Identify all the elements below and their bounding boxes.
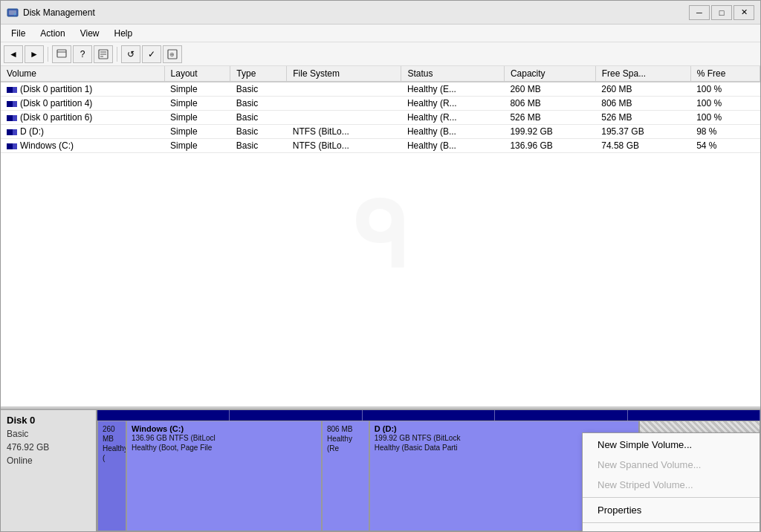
col-percentfree[interactable]: % Free: [690, 66, 760, 82]
refresh-button[interactable]: ↺: [121, 45, 140, 63]
cell-volume: D (D:): [1, 125, 164, 139]
cell-type: Basic: [230, 111, 287, 125]
table-row[interactable]: (Disk 0 partition 1) Simple Basic Health…: [1, 82, 760, 97]
cell-type: Basic: [230, 97, 287, 111]
cell-capacity: 136.96 GB: [504, 139, 595, 153]
cell-capacity: 199.92 GB: [504, 125, 595, 139]
table-header-row: Volume Layout Type File System Status Ca…: [1, 66, 760, 82]
table-row[interactable]: (Disk 0 partition 6) Simple Basic Health…: [1, 111, 760, 125]
cell-capacity: 260 MB: [504, 82, 595, 97]
partition-size: 806 MB: [327, 424, 364, 434]
app-icon: [7, 7, 19, 19]
disk-management-window: Disk Management ─ □ ✕ File Action View H…: [0, 0, 761, 532]
volume-icon: [7, 143, 17, 149]
disk-label: Disk 0 Basic 476.92 GB Online: [1, 410, 97, 531]
menu-bar: File Action View Help: [1, 25, 760, 42]
ctx-properties[interactable]: Properties: [583, 500, 760, 520]
minimize-button[interactable]: ─: [689, 5, 710, 20]
cell-capacity: 526 MB: [504, 111, 595, 125]
disk-name: Disk 0: [7, 415, 90, 426]
cell-freespace: 195.37 GB: [595, 125, 690, 139]
cell-capacity: 806 MB: [504, 97, 595, 111]
cell-type: Basic: [230, 125, 287, 139]
cell-layout: Simple: [164, 97, 230, 111]
table-row[interactable]: D (D:) Simple Basic NTFS (BitLo... Healt…: [1, 125, 760, 139]
menu-file[interactable]: File: [4, 27, 33, 40]
cell-status: Healthy (R...: [401, 111, 504, 125]
cell-status: Healthy (E...: [401, 82, 504, 97]
svg-text:⊕: ⊕: [169, 51, 175, 58]
help-button[interactable]: ?: [73, 45, 92, 63]
partition-box[interactable]: Windows (C:) 136.96 GB NTFS (BitLocl Hea…: [126, 421, 322, 531]
volume-list-pane: ᑫ Volume Layout Type File System Status …: [1, 66, 760, 409]
menu-view[interactable]: View: [73, 27, 107, 40]
disk-info: Basic 476.92 GB Online: [7, 427, 90, 467]
disk-bar-seg-4: [495, 410, 627, 421]
ctx-new-spanned: New Spanned Volume...: [583, 455, 760, 475]
more-button[interactable]: ⊕: [163, 45, 182, 63]
cell-type: Basic: [230, 82, 287, 97]
ctx-separator: [583, 522, 760, 523]
maximize-button[interactable]: □: [711, 5, 732, 20]
table-row[interactable]: (Disk 0 partition 4) Simple Basic Health…: [1, 97, 760, 111]
partition-status: Healthy (Boot, Page File: [132, 443, 317, 452]
cell-filesystem: NTFS (BitLo...: [287, 139, 401, 153]
cell-percentfree: 100 %: [690, 97, 760, 111]
window-title: Disk Management: [23, 7, 689, 18]
partition-name: Windows (C:): [132, 424, 317, 433]
cell-filesystem: NTFS (BitLo...: [287, 125, 401, 139]
col-volume[interactable]: Volume: [1, 66, 164, 82]
disk-size: 476.92 GB: [7, 442, 49, 452]
ctx-new-simple[interactable]: New Simple Volume...: [583, 435, 760, 455]
title-bar: Disk Management ─ □ ✕: [1, 1, 760, 25]
cell-freespace: 526 MB: [595, 111, 690, 125]
partition-status: Healthy (Re: [327, 434, 364, 453]
menu-action[interactable]: Action: [33, 27, 72, 40]
col-status[interactable]: Status: [401, 66, 504, 82]
main-content: ᑫ Volume Layout Type File System Status …: [1, 66, 760, 531]
svg-rect-3: [57, 50, 66, 57]
properties-button[interactable]: [94, 45, 113, 63]
cell-volume: (Disk 0 partition 6): [1, 111, 164, 125]
col-freespace[interactable]: Free Spa...: [595, 66, 690, 82]
cell-freespace: 806 MB: [595, 97, 690, 111]
disk-map-pane: Disk 0 Basic 476.92 GB Online: [1, 409, 760, 531]
volume-icon: [7, 87, 17, 93]
volume-icon: [7, 129, 17, 135]
check-button[interactable]: ✓: [142, 45, 161, 63]
menu-help[interactable]: Help: [107, 27, 140, 40]
close-button[interactable]: ✕: [734, 5, 754, 20]
cell-percentfree: 100 %: [690, 111, 760, 125]
cell-volume: Windows (C:): [1, 139, 164, 153]
col-type[interactable]: Type: [230, 66, 287, 82]
col-capacity[interactable]: Capacity: [504, 66, 595, 82]
toolbar-separator-1: [48, 47, 48, 62]
cell-layout: Simple: [164, 139, 230, 153]
disk-bar-seg-3: [363, 410, 495, 421]
cell-filesystem: [287, 97, 401, 111]
col-filesystem[interactable]: File System: [287, 66, 401, 82]
back-button[interactable]: ◄: [4, 45, 23, 63]
cell-layout: Simple: [164, 125, 230, 139]
partition-box[interactable]: 260 MB Healthy (: [97, 421, 126, 531]
cell-filesystem: [287, 111, 401, 125]
table-row[interactable]: Windows (C:) Simple Basic NTFS (BitLo...…: [1, 139, 760, 153]
partition-status: Healthy (: [103, 444, 121, 463]
show-hide-button[interactable]: [52, 45, 71, 63]
partition-size: 136.96 GB NTFS (BitLocl: [132, 433, 317, 443]
cell-type: Basic: [230, 139, 287, 153]
svg-point-2: [14, 13, 16, 15]
partition-box[interactable]: 806 MB Healthy (Re: [322, 421, 369, 531]
cell-percentfree: 100 %: [690, 82, 760, 97]
disk-bar-seg-2: [230, 410, 362, 421]
ctx-new-striped: New Striped Volume...: [583, 475, 760, 495]
cell-status: Healthy (B...: [401, 125, 504, 139]
volume-table: Volume Layout Type File System Status Ca…: [1, 66, 760, 153]
cell-freespace: 74.58 GB: [595, 139, 690, 153]
toolbar: ◄ ► ? ↺ ✓ ⊕: [1, 42, 760, 66]
cell-status: Healthy (B...: [401, 139, 504, 153]
forward-button[interactable]: ►: [25, 45, 44, 63]
watermark: ᑫ: [353, 185, 409, 288]
ctx-help[interactable]: Help: [583, 525, 760, 531]
col-layout[interactable]: Layout: [164, 66, 230, 82]
